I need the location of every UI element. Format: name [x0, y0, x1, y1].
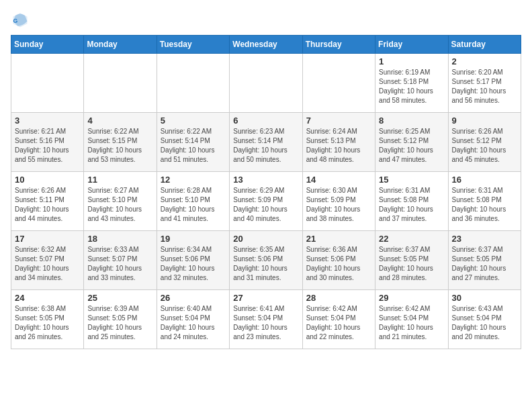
svg-text:G: G: [13, 17, 18, 24]
calendar-cell: 6Sunrise: 6:23 AM Sunset: 5:14 PM Daylig…: [230, 113, 302, 172]
day-number: 29: [379, 293, 444, 303]
calendar-cell: 19Sunrise: 6:34 AM Sunset: 5:06 PM Dayli…: [157, 231, 229, 290]
day-info: Sunrise: 6:19 AM Sunset: 5:18 PM Dayligh…: [379, 68, 444, 105]
day-number: 5: [161, 116, 226, 126]
day-header-tuesday: Tuesday: [157, 36, 229, 54]
day-info: Sunrise: 6:39 AM Sunset: 5:05 PM Dayligh…: [87, 304, 152, 342]
calendar-cell: 17Sunrise: 6:32 AM Sunset: 5:07 PM Dayli…: [11, 231, 84, 290]
calendar-cell: 15Sunrise: 6:31 AM Sunset: 5:08 PM Dayli…: [375, 172, 448, 231]
day-info: Sunrise: 6:33 AM Sunset: 5:07 PM Dayligh…: [87, 245, 152, 283]
calendar-cell: 5Sunrise: 6:22 AM Sunset: 5:14 PM Daylig…: [157, 113, 229, 172]
calendar-cell: 14Sunrise: 6:30 AM Sunset: 5:09 PM Dayli…: [302, 172, 375, 231]
day-header-wednesday: Wednesday: [230, 36, 302, 54]
day-info: Sunrise: 6:27 AM Sunset: 5:10 PM Dayligh…: [87, 186, 152, 224]
day-number: 17: [15, 234, 80, 244]
day-info: Sunrise: 6:35 AM Sunset: 5:06 PM Dayligh…: [233, 245, 298, 283]
calendar-cell: [84, 54, 157, 113]
day-number: 13: [233, 175, 298, 185]
day-info: Sunrise: 6:36 AM Sunset: 5:06 PM Dayligh…: [306, 245, 371, 283]
calendar-cell: 18Sunrise: 6:33 AM Sunset: 5:07 PM Dayli…: [84, 231, 157, 290]
week-row-2: 3Sunrise: 6:21 AM Sunset: 5:16 PM Daylig…: [11, 113, 521, 172]
day-info: Sunrise: 6:28 AM Sunset: 5:10 PM Dayligh…: [161, 186, 226, 224]
day-info: Sunrise: 6:37 AM Sunset: 5:05 PM Dayligh…: [379, 245, 444, 283]
day-info: Sunrise: 6:42 AM Sunset: 5:04 PM Dayligh…: [379, 304, 444, 342]
calendar-cell: 13Sunrise: 6:29 AM Sunset: 5:09 PM Dayli…: [230, 172, 302, 231]
day-info: Sunrise: 6:41 AM Sunset: 5:04 PM Dayligh…: [233, 304, 298, 342]
week-row-4: 17Sunrise: 6:32 AM Sunset: 5:07 PM Dayli…: [11, 231, 521, 290]
calendar-cell: [157, 54, 229, 113]
calendar-cell: 22Sunrise: 6:37 AM Sunset: 5:05 PM Dayli…: [375, 231, 448, 290]
day-number: 12: [161, 175, 226, 185]
calendar-cell: 26Sunrise: 6:40 AM Sunset: 5:04 PM Dayli…: [157, 290, 229, 349]
day-number: 4: [87, 116, 152, 126]
calendar-cell: [302, 54, 375, 113]
day-number: 11: [87, 175, 152, 185]
calendar-cell: 12Sunrise: 6:28 AM Sunset: 5:10 PM Dayli…: [157, 172, 229, 231]
day-info: Sunrise: 6:21 AM Sunset: 5:16 PM Dayligh…: [15, 127, 80, 165]
day-info: Sunrise: 6:20 AM Sunset: 5:17 PM Dayligh…: [452, 68, 517, 105]
calendar-cell: 27Sunrise: 6:41 AM Sunset: 5:04 PM Dayli…: [230, 290, 302, 349]
day-number: 2: [452, 56, 517, 66]
day-info: Sunrise: 6:24 AM Sunset: 5:13 PM Dayligh…: [306, 127, 371, 165]
calendar-cell: 4Sunrise: 6:22 AM Sunset: 5:15 PM Daylig…: [84, 113, 157, 172]
day-number: 26: [161, 293, 226, 303]
header-row: SundayMondayTuesdayWednesdayThursdayFrid…: [11, 36, 521, 54]
day-info: Sunrise: 6:26 AM Sunset: 5:12 PM Dayligh…: [452, 127, 517, 165]
day-number: 1: [379, 56, 444, 66]
day-number: 6: [233, 116, 298, 126]
day-number: 9: [452, 116, 517, 126]
day-number: 7: [306, 116, 371, 126]
day-number: 30: [452, 293, 517, 303]
logo: G: [11, 11, 32, 30]
calendar-cell: 3Sunrise: 6:21 AM Sunset: 5:16 PM Daylig…: [11, 113, 84, 172]
day-number: 18: [87, 234, 152, 244]
calendar-cell: 24Sunrise: 6:38 AM Sunset: 5:05 PM Dayli…: [11, 290, 84, 349]
day-info: Sunrise: 6:42 AM Sunset: 5:04 PM Dayligh…: [306, 304, 371, 342]
day-info: Sunrise: 6:29 AM Sunset: 5:09 PM Dayligh…: [233, 186, 298, 224]
calendar-cell: 1Sunrise: 6:19 AM Sunset: 5:18 PM Daylig…: [375, 54, 448, 113]
day-number: 10: [15, 175, 80, 185]
day-info: Sunrise: 6:26 AM Sunset: 5:11 PM Dayligh…: [15, 186, 80, 224]
calendar-cell: 10Sunrise: 6:26 AM Sunset: 5:11 PM Dayli…: [11, 172, 84, 231]
calendar-cell: [11, 54, 84, 113]
day-number: 3: [15, 116, 80, 126]
calendar-cell: 25Sunrise: 6:39 AM Sunset: 5:05 PM Dayli…: [84, 290, 157, 349]
day-number: 16: [452, 175, 517, 185]
calendar-cell: [230, 54, 302, 113]
day-info: Sunrise: 6:22 AM Sunset: 5:15 PM Dayligh…: [87, 127, 152, 165]
calendar-cell: 9Sunrise: 6:26 AM Sunset: 5:12 PM Daylig…: [448, 113, 521, 172]
calendar-cell: 29Sunrise: 6:42 AM Sunset: 5:04 PM Dayli…: [375, 290, 448, 349]
day-info: Sunrise: 6:32 AM Sunset: 5:07 PM Dayligh…: [15, 245, 80, 283]
calendar-table: SundayMondayTuesdayWednesdayThursdayFrid…: [11, 35, 521, 349]
week-row-1: 1Sunrise: 6:19 AM Sunset: 5:18 PM Daylig…: [11, 54, 521, 113]
day-header-monday: Monday: [84, 36, 157, 54]
day-number: 21: [306, 234, 371, 244]
calendar-cell: 8Sunrise: 6:25 AM Sunset: 5:12 PM Daylig…: [375, 113, 448, 172]
day-header-thursday: Thursday: [302, 36, 375, 54]
day-info: Sunrise: 6:31 AM Sunset: 5:08 PM Dayligh…: [379, 186, 444, 224]
day-info: Sunrise: 6:22 AM Sunset: 5:14 PM Dayligh…: [161, 127, 226, 165]
day-info: Sunrise: 6:30 AM Sunset: 5:09 PM Dayligh…: [306, 186, 371, 224]
calendar-cell: 28Sunrise: 6:42 AM Sunset: 5:04 PM Dayli…: [302, 290, 375, 349]
day-info: Sunrise: 6:37 AM Sunset: 5:05 PM Dayligh…: [452, 245, 517, 283]
calendar-cell: 21Sunrise: 6:36 AM Sunset: 5:06 PM Dayli…: [302, 231, 375, 290]
week-row-5: 24Sunrise: 6:38 AM Sunset: 5:05 PM Dayli…: [11, 290, 521, 349]
day-number: 23: [452, 234, 517, 244]
day-number: 24: [15, 293, 80, 303]
day-info: Sunrise: 6:43 AM Sunset: 5:04 PM Dayligh…: [452, 304, 517, 342]
day-number: 27: [233, 293, 298, 303]
day-number: 15: [379, 175, 444, 185]
day-header-sunday: Sunday: [11, 36, 84, 54]
day-number: 22: [379, 234, 444, 244]
day-info: Sunrise: 6:40 AM Sunset: 5:04 PM Dayligh…: [161, 304, 226, 342]
week-row-3: 10Sunrise: 6:26 AM Sunset: 5:11 PM Dayli…: [11, 172, 521, 231]
day-number: 20: [233, 234, 298, 244]
calendar-cell: 20Sunrise: 6:35 AM Sunset: 5:06 PM Dayli…: [230, 231, 302, 290]
logo-icon: G: [11, 11, 30, 30]
day-number: 8: [379, 116, 444, 126]
day-info: Sunrise: 6:25 AM Sunset: 5:12 PM Dayligh…: [379, 127, 444, 165]
day-number: 14: [306, 175, 371, 185]
page-header: G: [11, 11, 521, 30]
day-info: Sunrise: 6:31 AM Sunset: 5:08 PM Dayligh…: [452, 186, 517, 224]
calendar-cell: 23Sunrise: 6:37 AM Sunset: 5:05 PM Dayli…: [448, 231, 521, 290]
